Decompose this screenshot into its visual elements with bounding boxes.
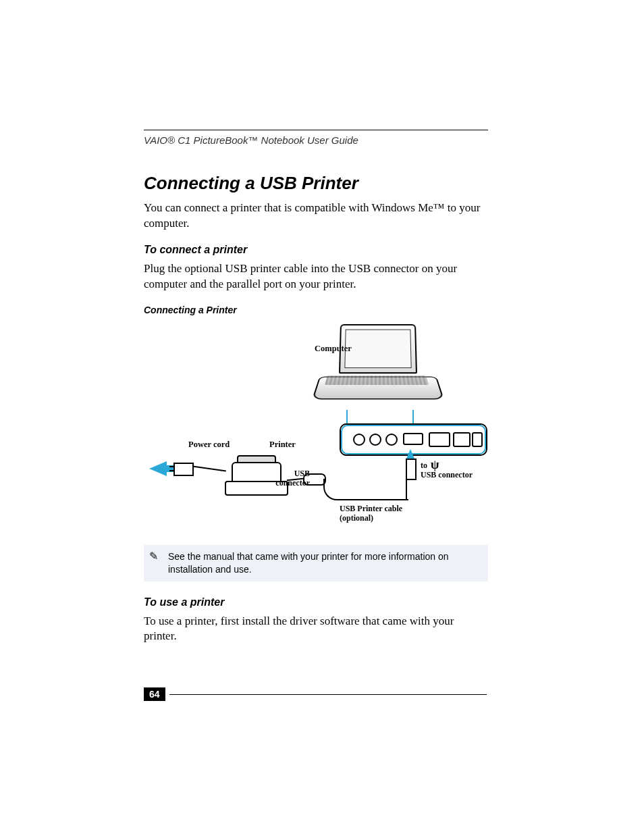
label-usb-connector-left: USB connector	[263, 469, 310, 488]
section-connect-body: Plug the optional USB printer cable into…	[144, 261, 488, 292]
label-cable-line1: USB Printer cable	[340, 504, 402, 514]
intro-paragraph: You can connect a printer that is compat…	[144, 201, 488, 232]
section-use-body: To use a printer, first install the driv…	[144, 614, 488, 645]
computer-illustration	[316, 323, 437, 411]
label-computer: Computer	[315, 344, 352, 353]
section-use-heading: To use a printer	[144, 596, 488, 608]
page-title: Connecting a USB Printer	[144, 173, 488, 194]
power-arrow-icon	[149, 461, 167, 476]
running-head: VAIO® C1 PictureBook™ Notebook User Guid…	[144, 134, 488, 146]
label-usb-connector-right: USB connector	[421, 471, 473, 480]
label-cable-line2: (optional)	[340, 514, 373, 523]
power-plug-illustration	[173, 463, 194, 476]
label-power-cord: Power cord	[188, 440, 230, 449]
connection-diagram: Computer Power cord Printer	[144, 323, 488, 533]
label-to: to	[421, 461, 427, 471]
section-connect-heading: To connect a printer	[144, 244, 488, 256]
note-icon: ✎	[149, 549, 158, 564]
note-box: ✎ See the manual that came with your pri…	[144, 545, 488, 581]
note-text: See the manual that came with your print…	[168, 551, 449, 575]
usb-plug-illustration	[406, 459, 417, 480]
header-rule	[144, 130, 488, 130]
footer-rule	[169, 694, 487, 695]
footer: 64	[144, 687, 488, 701]
usb-arrow-icon	[406, 449, 414, 459]
label-printer: Printer	[269, 440, 296, 449]
page-number: 64	[144, 687, 165, 701]
figure-caption: Connecting a Printer	[144, 305, 488, 315]
